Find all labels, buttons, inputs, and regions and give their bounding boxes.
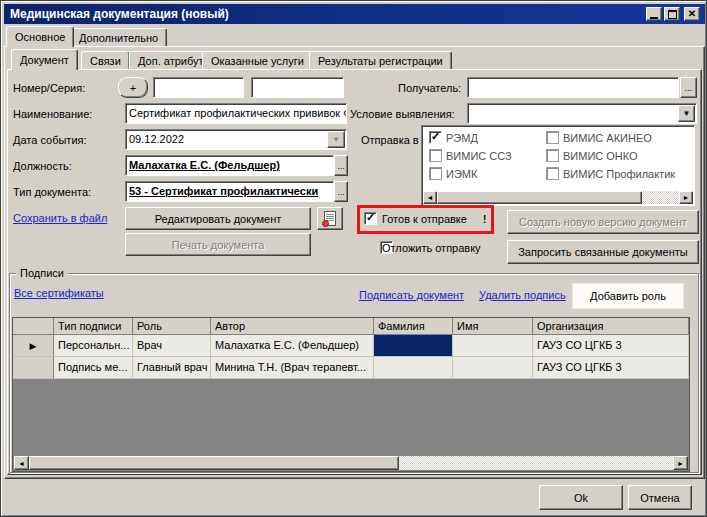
print-document-label: Печать документа — [172, 239, 265, 251]
scroll-left-button[interactable]: ◄ — [14, 456, 29, 470]
ellipsis-icon: ... — [337, 187, 345, 197]
ok-button[interactable]: Ok — [539, 485, 623, 510]
header-author[interactable]: Автор — [211, 318, 374, 335]
scroll-right-button[interactable]: ► — [679, 191, 693, 204]
new-version-button[interactable]: Создать новую версию документ — [507, 210, 699, 234]
cell-surname[interactable] — [374, 357, 453, 379]
cell-surname-selected[interactable] — [374, 335, 453, 357]
scrollbar-thumb[interactable] — [29, 456, 399, 470]
request-related-label: Запросить связанные документы — [518, 246, 688, 258]
send-to-listbox[interactable]: РЭМД ВИМИС ССЗ ИЭМК ВИМИС АКИНЕО ВИМИС О… — [421, 125, 695, 206]
send-option-vimis-prof[interactable]: ВИМИС Профилактик — [546, 167, 694, 180]
header-role[interactable]: Роль — [133, 318, 211, 335]
header-organization[interactable]: Организация — [533, 318, 689, 335]
cancel-label: Отмена — [640, 492, 679, 504]
tab-registration-results[interactable]: Результаты регистрации — [309, 51, 452, 69]
add-role-label: Добавить роль — [590, 290, 666, 302]
send-option-iemk[interactable]: ИЭМК — [429, 167, 477, 180]
table-row[interactable]: Подпись ме... Главный врач Минина Т.Н. (… — [13, 357, 689, 379]
cell-organization[interactable]: ГАУЗ СО ЦГКБ 3 — [533, 335, 689, 357]
cell-signature-type[interactable]: Персональн... — [54, 335, 133, 357]
series-input[interactable] — [251, 77, 344, 98]
checkbox-icon[interactable] — [546, 131, 559, 144]
send-option-remd[interactable]: РЭМД — [429, 131, 478, 144]
send-to-label: Отправка в — [361, 134, 419, 146]
recipient-input[interactable] — [467, 77, 679, 98]
sign-document-link[interactable]: Подписать документ — [359, 289, 464, 301]
send-option-label: ВИМИС ССЗ — [446, 150, 512, 162]
date-label: Дата события: — [13, 134, 87, 146]
checkbox-icon[interactable] — [546, 149, 559, 162]
name-label: Наименование: — [13, 108, 92, 120]
send-option-vimis-onko[interactable]: ВИМИС ОНКО — [546, 149, 638, 162]
cell-signature-type[interactable]: Подпись ме... — [54, 357, 133, 379]
signed-document-icon — [324, 211, 336, 226]
position-field[interactable]: Малахатка Е.С. (Фельдшер) — [125, 155, 334, 176]
header-signature-type[interactable]: Тип подписи — [54, 318, 133, 335]
dialog-window: Медицинская документация (новый) ✕ Основ… — [0, 0, 707, 517]
ready-to-send-checkbox[interactable] — [364, 212, 377, 225]
sign-file-button[interactable] — [317, 207, 343, 230]
edit-document-button[interactable]: Редактировать документ — [125, 207, 311, 230]
scrollbar-thumb[interactable] — [437, 191, 642, 204]
tab-registration-results-label: Результаты регистрации — [318, 55, 443, 67]
send-option-label: ИЭМК — [446, 168, 477, 180]
doctype-field[interactable]: 53 - Сертификат профилактически — [125, 181, 334, 202]
send-option-vimis-akineo[interactable]: ВИМИС АКИНЕО — [546, 131, 652, 144]
request-related-button[interactable]: Запросить связанные документы — [507, 240, 699, 264]
table-row[interactable]: ▶ Персональн... Врач Малахатка Е.С. (Фел… — [13, 335, 689, 357]
cell-name[interactable] — [453, 335, 533, 357]
doctype-browse-button[interactable]: ... — [334, 181, 348, 202]
cancel-button[interactable]: Отмена — [628, 485, 692, 510]
add-role-button[interactable]: Добавить роль — [572, 283, 684, 309]
close-button[interactable]: ✕ — [684, 7, 700, 21]
header-surname[interactable]: Фамилия — [374, 318, 453, 335]
ready-to-send-label: Готов к отправке — [382, 213, 467, 225]
tab-main[interactable]: Основное — [6, 26, 74, 47]
maximize-button[interactable] — [664, 7, 680, 21]
add-number-button[interactable]: + — [118, 77, 148, 98]
cell-name[interactable] — [453, 357, 533, 379]
scroll-right-button[interactable]: ► — [673, 456, 688, 470]
new-version-label: Создать новую версию документ — [519, 216, 687, 228]
recipient-browse-button[interactable]: ... — [680, 77, 697, 98]
all-certificates-link[interactable]: Все сертификаты — [14, 287, 104, 299]
close-icon: ✕ — [688, 9, 696, 19]
tab-links[interactable]: Связи — [81, 51, 130, 69]
scroll-left-button[interactable]: ◄ — [423, 191, 437, 204]
cell-author[interactable]: Минина Т.Н. (Врач терапевт... — [211, 357, 374, 379]
remove-signature-link[interactable]: Удалить подпись — [479, 289, 566, 301]
cell-author[interactable]: Малахатка Е.С. (Фельдшер) — [211, 335, 374, 357]
checkbox-checked-icon[interactable] — [429, 131, 442, 144]
ok-label: Ok — [574, 492, 588, 504]
tab-links-label: Связи — [90, 55, 121, 67]
tab-additional-label: Дополнительно — [79, 32, 158, 44]
position-browse-button[interactable]: ... — [334, 155, 348, 176]
tab-services[interactable]: Оказанные услуги — [202, 51, 313, 69]
window-title: Медицинская документация (новый) — [4, 7, 229, 21]
date-combobox[interactable]: 09.12.2022 — [125, 129, 347, 150]
cell-role[interactable]: Врач — [133, 335, 211, 357]
header-name[interactable]: Имя — [453, 318, 533, 335]
tab-main-label: Основное — [15, 31, 65, 43]
name-input[interactable]: Сертификат профилактических прививок Ф — [125, 103, 347, 124]
number-input[interactable] — [153, 77, 244, 98]
checkbox-icon[interactable] — [429, 149, 442, 162]
checkbox-icon[interactable] — [429, 167, 442, 180]
tab-additional[interactable]: Дополнительно — [70, 28, 167, 47]
maximize-icon — [668, 10, 677, 19]
save-to-file-link[interactable]: Сохранить в файл — [13, 212, 107, 224]
send-option-vimis-ssz[interactable]: ВИМИС ССЗ — [429, 149, 512, 162]
titlebar[interactable]: Медицинская документация (новый) — [4, 4, 705, 24]
edit-document-label: Редактировать документ — [155, 213, 282, 225]
minimize-button[interactable] — [646, 7, 662, 21]
cell-organization[interactable]: ГАУЗ СО ЦГКБ 3 — [533, 357, 689, 379]
tab-document[interactable]: Документ — [11, 49, 78, 70]
cell-role[interactable]: Главный врач — [133, 357, 211, 379]
condition-combobox[interactable] — [467, 103, 697, 124]
date-dropdown-button[interactable]: ▼ — [327, 131, 345, 148]
condition-dropdown-button[interactable]: ▼ — [678, 105, 695, 122]
row-marker — [13, 357, 54, 379]
print-document-button[interactable]: Печать документа — [125, 233, 311, 256]
checkbox-icon[interactable] — [546, 167, 559, 180]
